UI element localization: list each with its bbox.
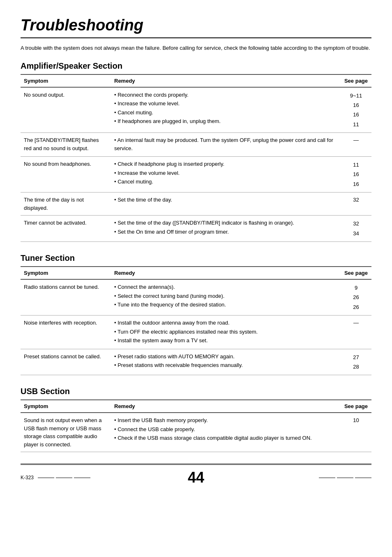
page-number-value: 32 <box>353 219 359 228</box>
table-row: Preset stations cannot be called.Preset … <box>21 349 371 375</box>
col-header-symptom: Symptom <box>21 74 111 87</box>
symptom-cell: Timer cannot be activated. <box>21 216 111 242</box>
remedy-item: Set the On time and Off timer of program… <box>114 228 337 236</box>
page-number-value: 26 <box>353 292 359 302</box>
page-cell: — <box>341 133 371 157</box>
remedy-item: Set the time of the day. <box>114 196 337 204</box>
remedy-item: Connect the antenna(s). <box>114 283 337 291</box>
page-title: Troubleshooting <box>21 16 371 34</box>
remedy-item: Check if headphone plug is inserted prop… <box>114 160 337 168</box>
footer-line <box>319 478 335 478</box>
page-cell: 10 <box>341 413 371 452</box>
footer: K-323 44 <box>21 464 371 486</box>
col-header-remedy: Remedy <box>111 267 341 279</box>
col-header-remedy: Remedy <box>111 74 341 87</box>
sections-container: Amplifier/Speaker SectionSymptomRemedySe… <box>21 61 371 453</box>
remedy-item: Insert the USB flash memory properly. <box>114 416 337 425</box>
remedy-item: Install the system away from a TV set. <box>114 337 337 345</box>
footer-line <box>337 478 353 478</box>
remedy-item: If headphones are plugged in, unplug the… <box>114 117 337 125</box>
remedy-item: An internal fault may be produced. Turn … <box>114 136 337 152</box>
remedy-item: Cancel muting. <box>114 109 337 117</box>
col-header-remedy: Remedy <box>111 400 341 413</box>
remedy-cell: Insert the USB flash memory properly.Con… <box>111 413 341 452</box>
section-title-amplifier: Amplifier/Speaker Section <box>21 61 371 71</box>
remedy-cell: Set the time of the day ([STANDBY/TIMER]… <box>111 216 341 242</box>
table-row: The [STANDBY/TIMER] flashes red and no s… <box>21 133 371 157</box>
footer-lines-right <box>319 478 371 478</box>
symptom-cell: The [STANDBY/TIMER] flashes red and no s… <box>21 133 111 157</box>
page-cell: 3234 <box>341 216 371 242</box>
footer-lines-left <box>38 478 90 478</box>
table-row: Sound is not output even when a USB flas… <box>21 413 371 452</box>
symptom-cell: No sound from headphones. <box>21 157 111 193</box>
col-header-page: See page <box>341 267 371 279</box>
page-cell: 2728 <box>341 349 371 375</box>
page-number-value: 27 <box>353 353 359 362</box>
page-cell: 92626 <box>341 279 371 316</box>
page-number-value: 26 <box>353 302 359 312</box>
remedy-item: Install the outdoor antenna away from th… <box>114 319 337 327</box>
footer-line <box>74 478 90 478</box>
footer-line <box>38 478 54 478</box>
remedy-cell: Connect the antenna(s).Select the correc… <box>111 279 341 316</box>
remedy-item: Connect the USB cable properly. <box>114 425 337 434</box>
symptom-cell: Noise interferes with reception. <box>21 316 111 349</box>
table-row: No sound output.Reconnect the cords prop… <box>21 87 371 133</box>
table-row: Radio stations cannot be tuned.Connect t… <box>21 279 371 316</box>
remedy-item: Reconnect the cords properly. <box>114 91 337 99</box>
footer-model: K-323 <box>21 475 34 480</box>
title-divider <box>21 37 371 38</box>
remedy-item: Preset radio stations with AUTO MEMORY a… <box>114 353 337 361</box>
page-number-value: 16 <box>353 169 359 179</box>
remedy-cell: Set the time of the day. <box>111 193 341 216</box>
table-row: No sound from headphones.Check if headph… <box>21 157 371 193</box>
remedy-cell: An internal fault may be produced. Turn … <box>111 133 341 157</box>
table-row: Noise interferes with reception.Install … <box>21 316 371 349</box>
page-cell: 32 <box>341 193 371 216</box>
remedy-cell: Reconnect the cords properly.Increase th… <box>111 87 341 133</box>
remedy-item: Increase the volume level. <box>114 100 337 108</box>
table-row: Timer cannot be activated.Set the time o… <box>21 216 371 242</box>
remedy-item: Select the correct tuning band (tuning m… <box>114 292 337 300</box>
symptom-cell: Radio stations cannot be tuned. <box>21 279 111 316</box>
symptom-cell: The time of the day is not displayed. <box>21 193 111 216</box>
footer-line <box>56 478 72 478</box>
remedy-item: Cancel muting. <box>114 178 337 186</box>
remedy-item: Preset stations with receivable frequenc… <box>114 361 337 369</box>
footer-line <box>355 478 371 478</box>
remedy-cell: Install the outdoor antenna away from th… <box>111 316 341 349</box>
remedy-cell: Preset radio stations with AUTO MEMORY a… <box>111 349 341 375</box>
page-number: 44 <box>188 469 204 486</box>
remedy-cell: Check if headphone plug is inserted prop… <box>111 157 341 193</box>
footer-left: K-323 <box>21 475 90 480</box>
remedy-item: Tune into the frequency of the desired s… <box>114 301 337 309</box>
page-cell: — <box>341 316 371 349</box>
table-row: The time of the day is not displayed.Set… <box>21 193 371 216</box>
symptom-cell: Preset stations cannot be called. <box>21 349 111 375</box>
page-number-value: 28 <box>353 362 359 371</box>
col-header-symptom: Symptom <box>21 267 111 279</box>
page-number-value: 9 <box>355 283 357 292</box>
page-number-value: 11 <box>353 160 359 169</box>
remedy-item: Check if the USB mass storage class comp… <box>114 434 337 442</box>
table-tuner: SymptomRemedySee pageRadio stations cann… <box>21 266 371 375</box>
footer-right <box>319 478 371 478</box>
page-number-value: 9~11 <box>350 91 362 100</box>
intro-text: A trouble with the system does not alway… <box>21 44 371 52</box>
col-header-symptom: Symptom <box>21 400 111 413</box>
page-number-value: 34 <box>353 229 359 238</box>
col-header-page: See page <box>341 400 371 413</box>
page-cell: 111616 <box>341 157 371 193</box>
col-header-page: See page <box>341 74 371 87</box>
page-number-value: 11 <box>353 120 359 129</box>
section-title-tuner: Tuner Section <box>21 253 371 263</box>
remedy-item: Increase the volume level. <box>114 169 337 177</box>
page-number-value: 16 <box>353 179 359 189</box>
symptom-cell: No sound output. <box>21 87 111 133</box>
page-number-value: 16 <box>353 110 359 119</box>
page-cell: 9~11161611 <box>341 87 371 133</box>
section-title-usb: USB Section <box>21 387 371 396</box>
table-amplifier: SymptomRemedySee pageNo sound output.Rec… <box>21 74 371 242</box>
page-number-value: 16 <box>353 100 359 110</box>
